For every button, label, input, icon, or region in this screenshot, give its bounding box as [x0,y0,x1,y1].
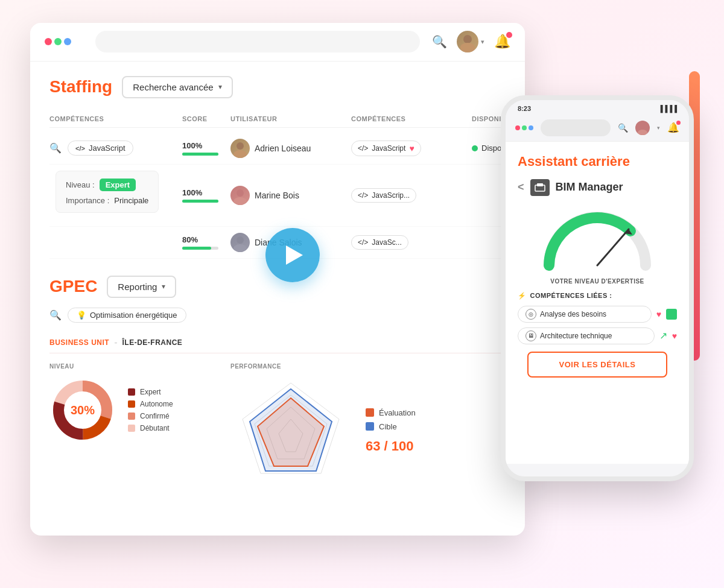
filter-importance-row: Importance : Principale [66,196,148,205]
code-icon: </> [358,144,368,153]
mobile-nav: 🔍 ▾ 🔔 [506,115,689,142]
niveau-legend: Expert Autonome Confirmé [128,388,173,432]
logo-dot-blue [64,38,71,45]
svg-point-0 [463,35,472,43]
mobile-card: 8:23 ▐▐▐▐ 🔍 ▾ 🔔 [501,95,694,481]
monitor-icon: 🖥 [526,330,536,341]
lightning-icon: ⚡ [518,292,527,300]
competence-tag-1[interactable]: </> JavaScript ♥ [351,141,421,156]
radar-chart [230,377,351,485]
user-avatar-3 [230,233,250,252]
chevron-down-icon: ▾ [218,83,222,91]
mobile-logo [515,125,533,130]
code-icon: </> [358,238,368,247]
level-panel: NIVEAU [49,363,218,485]
main-content: Staffing Recherche avancée ▾ COMPÉTENCES… [30,62,525,500]
mobile-status-bar: 8:23 ▐▐▐▐ [506,100,689,115]
legend-confirme: Confirmé [128,412,173,420]
recherche-avancee-dropdown[interactable]: Recherche avancée ▾ [122,76,232,98]
donut-percentage: 30% [71,403,95,417]
gpec-header: GPEC Reporting ▾ [49,276,506,298]
svg-point-6 [237,236,244,244]
lightbulb-icon: 💡 [77,311,86,320]
mobile-search-icon[interactable]: 🔍 [618,123,628,133]
competence-tag-mobile-2[interactable]: 🖥 Architecture technique [518,327,655,344]
desktop-card: 🔍 ▾ 🔔 S [30,23,525,536]
col-competences2: COMPÉTENCES [351,115,472,122]
skill-search-cell: 🔍 </> JavaScript [49,141,182,156]
table-header: COMPÉTENCES SCORE UTILISATEUR COMPÉTENCE… [49,110,506,128]
heart-icon: ♥ [656,309,661,319]
score-cell: 80% [182,235,230,250]
score-cell: 100% [182,188,230,203]
svg-point-2 [237,142,244,150]
business-unit-bar: BUSINESS UNIT - ÎLE-DE-FRANCE [49,332,506,353]
notification-badge [506,32,512,38]
skill-search-cell: Niveau : Expert Importance : Principale [49,171,182,220]
nav-search-bar[interactable] [95,31,420,52]
search-icon[interactable]: 🔍 [432,34,447,49]
gpec-title: GPEC [49,277,97,296]
gpec-search-row: 🔍 💡 Optimisation énergétique [49,308,506,323]
search-icon: 🔍 [49,142,62,154]
user-cell: Adrien Loiseau [230,139,351,158]
competence-item-2: 🖥 Architecture technique ↗ ♥ [518,327,677,344]
code-icon: </> [358,191,368,200]
user-avatar[interactable] [457,31,478,52]
mobile-bell-badge [676,121,681,125]
notification-bell[interactable]: 🔔 [494,34,510,49]
bim-icon [530,179,550,196]
voir-details-button[interactable]: VOIR LES DÉTAILS [527,352,667,378]
col-competences: COMPÉTENCES [49,115,182,122]
staffing-title: Staffing [49,77,112,96]
col-utilisateur: UTILISATEUR [230,115,351,122]
svg-rect-21 [537,183,543,186]
mobile-signals: ▐▐▐▐ [658,105,677,112]
competence-tag-2[interactable]: </> JavaScrip... [351,188,416,203]
competence-tag-mobile-1[interactable]: ◎ Analyse des besoins [518,306,652,323]
reporting-dropdown[interactable]: Reporting ▾ [107,276,176,298]
play-triangle-icon [286,245,303,265]
legend-dot [128,425,135,432]
score-bar-fill [182,153,218,156]
available-indicator [472,145,478,151]
user-skill-cell: </> JavaSc... [351,235,472,250]
mobile-bell[interactable]: 🔔 [667,122,679,133]
growth-icon: ↗ [659,330,667,341]
svg-point-7 [233,244,247,252]
play-button[interactable] [265,228,320,282]
competence-tag-3[interactable]: </> JavaSc... [351,235,408,250]
mobile-time: 8:23 [518,105,531,112]
score-cell: 100% [182,141,230,156]
competence-item-1: ◎ Analyse des besoins ♥ [518,306,677,323]
user-skill-cell: </> JavaScrip... [351,188,472,203]
mobile-avatar[interactable] [635,121,650,135]
back-arrow-icon[interactable]: < [518,181,524,194]
top-nav: 🔍 ▾ 🔔 [30,23,525,62]
green-skill-indicator [666,309,677,320]
evaluation-dot [366,408,374,417]
mobile-search-bar[interactable] [541,119,611,136]
energy-skill-tag[interactable]: 💡 Optimisation énergétique [68,308,186,323]
legend-debutant: Débutant [128,424,173,432]
logo-dot-green [54,38,62,45]
bottom-panels: NIVEAU [49,363,506,485]
legend-dot [128,400,135,408]
performance-panel: PERFORMANCE [230,363,506,485]
logo [45,38,71,45]
cible-dot [366,422,374,431]
svg-line-22 [597,229,629,265]
target-icon: ◎ [526,309,536,320]
filter-box: Niveau : Expert Importance : Principale [56,171,159,213]
col-score: SCORE [182,115,230,122]
nav-right: 🔍 ▾ 🔔 [432,31,510,52]
user-avatar-2 [230,186,250,205]
staffing-header: Staffing Recherche avancée ▾ [49,76,506,98]
javascript-skill-tag[interactable]: </> JavaScript [68,141,133,156]
avatar-dropdown-icon[interactable]: ▾ [481,38,484,46]
logo-dot-red [45,38,52,45]
performance-right: Évaluation Cible 63 / 100 [366,408,416,454]
search-icon: 🔍 [49,309,62,321]
performance-inner: Évaluation Cible 63 / 100 [230,377,506,485]
gpec-section: GPEC Reporting ▾ 🔍 💡 Optimisation énergé… [49,276,506,485]
